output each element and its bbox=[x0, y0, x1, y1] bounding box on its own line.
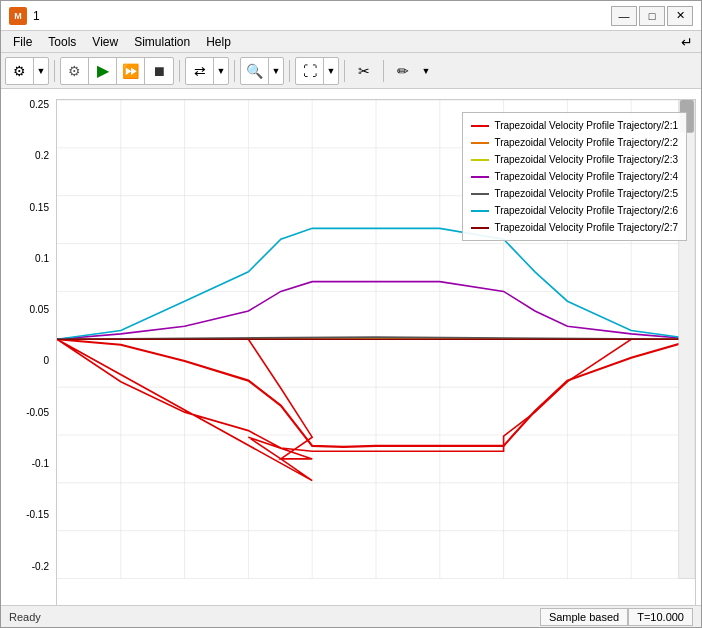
title-bar-buttons: — □ ✕ bbox=[611, 6, 693, 26]
status-ready: Ready bbox=[9, 611, 41, 623]
y-label-9: -0.2 bbox=[32, 561, 49, 572]
y-label-8: -0.15 bbox=[26, 509, 49, 520]
title-bar: M 1 — □ ✕ bbox=[1, 1, 701, 31]
close-button[interactable]: ✕ bbox=[667, 6, 693, 26]
legend-line-2 bbox=[471, 142, 489, 144]
legend-text-5: Trapezoidal Velocity Profile Trajectory/… bbox=[494, 185, 678, 202]
window-title: 1 bbox=[33, 9, 40, 23]
axes-button[interactable]: ⛶ bbox=[296, 57, 324, 85]
format-button[interactable]: ✂ bbox=[350, 57, 378, 85]
legend-text-7: Trapezoidal Velocity Profile Trajectory/… bbox=[494, 219, 678, 236]
legend-item-3: Trapezoidal Velocity Profile Trajectory/… bbox=[471, 151, 678, 168]
status-bar: Ready Sample based T=10.000 bbox=[1, 605, 701, 627]
legend-item-2: Trapezoidal Velocity Profile Trajectory/… bbox=[471, 134, 678, 151]
main-window: M 1 — □ ✕ File Tools View Simulation Hel… bbox=[0, 0, 702, 628]
title-bar-left: M 1 bbox=[9, 7, 40, 25]
toolbar-sep-6 bbox=[383, 60, 384, 82]
toolbar-layout-group: ⇄ ▼ bbox=[185, 57, 229, 85]
status-right: Sample based T=10.000 bbox=[540, 608, 693, 626]
legend-item-6: Trapezoidal Velocity Profile Trajectory/… bbox=[471, 202, 678, 219]
chart-canvas[interactable]: Trapezoidal Velocity Profile Trajectory/… bbox=[56, 99, 696, 605]
legend-line-7 bbox=[471, 227, 489, 229]
legend-line-6 bbox=[471, 210, 489, 212]
legend-text-6: Trapezoidal Velocity Profile Trajectory/… bbox=[494, 202, 678, 219]
y-label-1: 0.2 bbox=[35, 150, 49, 161]
settings-dropdown[interactable]: ▼ bbox=[34, 57, 48, 85]
menu-simulation[interactable]: Simulation bbox=[126, 33, 198, 51]
axes-dropdown[interactable]: ▼ bbox=[324, 57, 338, 85]
collapse-icon[interactable]: ↵ bbox=[681, 34, 697, 50]
toolbar-sep-4 bbox=[289, 60, 290, 82]
y-label-2: 0.15 bbox=[30, 202, 49, 213]
legend-item-4: Trapezoidal Velocity Profile Trajectory/… bbox=[471, 168, 678, 185]
y-label-3: 0.1 bbox=[35, 253, 49, 264]
annotate-button[interactable]: ✏ bbox=[389, 57, 417, 85]
step-forward-button[interactable]: ⏩ bbox=[117, 57, 145, 85]
toolbar-sep-5 bbox=[344, 60, 345, 82]
legend-item-1: Trapezoidal Velocity Profile Trajectory/… bbox=[471, 117, 678, 134]
toolbar-run-group: ⚙ ▶ ⏩ ⏹ bbox=[60, 57, 174, 85]
y-label-5: 0 bbox=[43, 355, 49, 366]
chart-legend: Trapezoidal Velocity Profile Trajectory/… bbox=[462, 112, 687, 241]
y-label-6: -0.05 bbox=[26, 407, 49, 418]
zoom-button[interactable]: 🔍 bbox=[241, 57, 269, 85]
legend-text-3: Trapezoidal Velocity Profile Trajectory/… bbox=[494, 151, 678, 168]
annotate-dropdown[interactable]: ▼ bbox=[419, 57, 433, 85]
legend-line-5 bbox=[471, 193, 489, 195]
zoom-dropdown[interactable]: ▼ bbox=[269, 57, 283, 85]
legend-line-1 bbox=[471, 125, 489, 127]
menu-view[interactable]: View bbox=[84, 33, 126, 51]
layout-dropdown[interactable]: ▼ bbox=[214, 57, 228, 85]
play-button[interactable]: ▶ bbox=[89, 57, 117, 85]
app-icon: M bbox=[9, 7, 27, 25]
settings-button[interactable]: ⚙ bbox=[6, 57, 34, 85]
y-axis-labels: 0.25 0.2 0.15 0.1 0.05 0 -0.05 -0.1 -0.1… bbox=[1, 99, 53, 605]
layout-button[interactable]: ⇄ bbox=[186, 57, 214, 85]
toolbar-sep-2 bbox=[179, 60, 180, 82]
maximize-button[interactable]: □ bbox=[639, 6, 665, 26]
plot-area: 0.25 0.2 0.15 0.1 0.05 0 -0.05 -0.1 -0.1… bbox=[1, 89, 701, 605]
y-label-7: -0.1 bbox=[32, 458, 49, 469]
menu-bar: File Tools View Simulation Help ↵ bbox=[1, 31, 701, 53]
toolbar-settings-group: ⚙ ▼ bbox=[5, 57, 49, 85]
status-time: T=10.000 bbox=[628, 608, 693, 626]
toolbar-zoom-group: 🔍 ▼ bbox=[240, 57, 284, 85]
run-icon-button[interactable]: ⚙ bbox=[61, 57, 89, 85]
status-sample-based: Sample based bbox=[540, 608, 628, 626]
toolbar: ⚙ ▼ ⚙ ▶ ⏩ ⏹ ⇄ ▼ 🔍 ▼ ⛶ ▼ ✂ ✏ ▼ bbox=[1, 53, 701, 89]
menu-file[interactable]: File bbox=[5, 33, 40, 51]
stop-button[interactable]: ⏹ bbox=[145, 57, 173, 85]
plot-container: 0.25 0.2 0.15 0.1 0.05 0 -0.05 -0.1 -0.1… bbox=[1, 89, 701, 605]
legend-line-3 bbox=[471, 159, 489, 161]
toolbar-sep-1 bbox=[54, 60, 55, 82]
toolbar-axes-group: ⛶ ▼ bbox=[295, 57, 339, 85]
legend-item-7: Trapezoidal Velocity Profile Trajectory/… bbox=[471, 219, 678, 236]
toolbar-sep-3 bbox=[234, 60, 235, 82]
y-label-0: 0.25 bbox=[30, 99, 49, 110]
legend-line-4 bbox=[471, 176, 489, 178]
menu-help[interactable]: Help bbox=[198, 33, 239, 51]
minimize-button[interactable]: — bbox=[611, 6, 637, 26]
y-label-4: 0.05 bbox=[30, 304, 49, 315]
legend-text-1: Trapezoidal Velocity Profile Trajectory/… bbox=[494, 117, 678, 134]
legend-text-4: Trapezoidal Velocity Profile Trajectory/… bbox=[494, 168, 678, 185]
legend-item-5: Trapezoidal Velocity Profile Trajectory/… bbox=[471, 185, 678, 202]
menu-tools[interactable]: Tools bbox=[40, 33, 84, 51]
legend-text-2: Trapezoidal Velocity Profile Trajectory/… bbox=[494, 134, 678, 151]
